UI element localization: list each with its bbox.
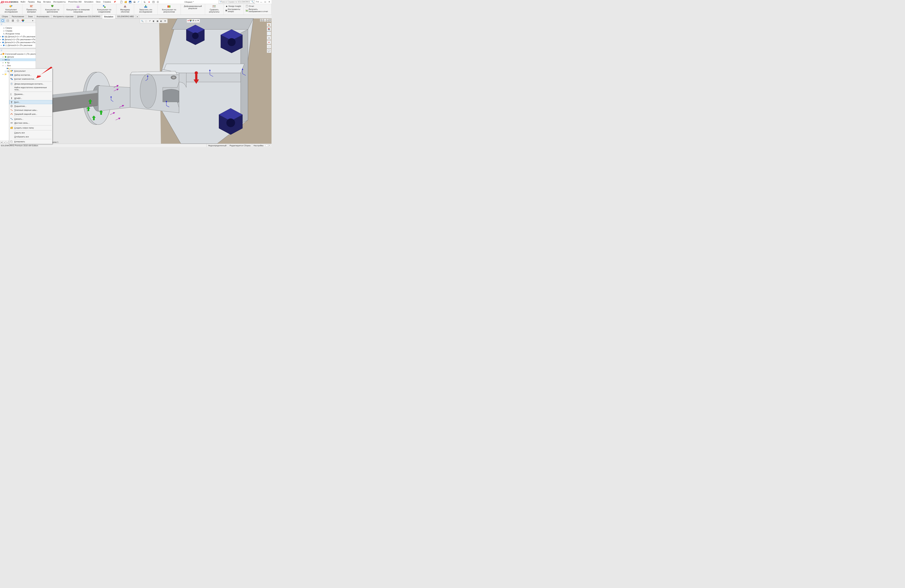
pane-forum-icon[interactable]: 💬 xyxy=(267,49,271,53)
scroll-first-icon[interactable]: ◂◂ xyxy=(0,141,3,143)
compare-button[interactable]: Сравнить результаты xyxy=(206,4,222,13)
apply-scene-icon[interactable] xyxy=(189,19,192,22)
property-tab-icon[interactable] xyxy=(5,19,10,22)
menu-view[interactable]: Вид xyxy=(37,1,41,3)
scroll-prev-icon[interactable]: ◂ xyxy=(3,141,6,143)
include-image-button[interactable]: Включить изображение в отчет xyxy=(245,8,270,13)
help-search[interactable]: ? 🔍 xyxy=(219,0,255,4)
menu-file[interactable]: Файл xyxy=(21,1,25,3)
tab-assembly[interactable]: Сборка xyxy=(0,15,10,18)
rebuild-icon[interactable]: ● xyxy=(147,0,151,4)
tree-part-2[interactable]: ▸⬢Деталь1<1> (По умолчанию<<По xyxy=(0,38,36,41)
tree-parts[interactable]: ▸⬢Детали xyxy=(0,56,36,58)
vp-close-icon[interactable]: ✕ xyxy=(269,19,271,22)
menu-tools[interactable]: Инструменты xyxy=(53,1,66,3)
funnel-icon[interactable]: ▽ xyxy=(1,23,2,25)
tree-top-plane[interactable]: ◇Сверху xyxy=(0,26,36,29)
status-custom[interactable]: Настройка xyxy=(252,144,265,147)
undo-icon[interactable] xyxy=(137,0,141,4)
save-icon[interactable] xyxy=(128,0,132,4)
pane-doc-icon[interactable]: 📄 xyxy=(267,32,271,35)
ctx-hide-all[interactable]: Скрыть все xyxy=(9,131,52,135)
ctx-show-all[interactable]: Отобразить все xyxy=(9,135,52,139)
menu-insert[interactable]: Вставка xyxy=(43,1,51,3)
vp-restore-icon[interactable]: ◱ xyxy=(261,19,264,22)
tab-mbd[interactable]: SOLIDWORKS MBD xyxy=(115,15,136,18)
pane-custom-icon[interactable]: ⬚ xyxy=(267,44,271,49)
tree-part-4[interactable]: ▸⬢(-) Деталь5<1> (По умолчани xyxy=(0,44,36,47)
funnel-icon[interactable]: ▽ xyxy=(1,49,2,52)
display-state-icon[interactable]: ▼ xyxy=(197,19,199,22)
tree-part-1[interactable]: ▸⬢(ф) Деталь2<1>->? (По умолчани xyxy=(0,35,36,38)
display-style-icon[interactable]: ◐ xyxy=(160,19,163,22)
print-icon[interactable] xyxy=(133,0,136,4)
open-icon[interactable] xyxy=(124,0,128,4)
tab-simulation[interactable]: Simulation xyxy=(102,15,115,19)
results-button[interactable]: Консультант по результатам xyxy=(159,4,179,13)
view-setting-icon[interactable]: ⚙ xyxy=(192,19,194,22)
ctx-spring[interactable]: Пружина... xyxy=(9,92,52,96)
help-dropdown-icon[interactable]: ? ▾ xyxy=(256,0,259,4)
dimxpert-tab-icon[interactable] xyxy=(16,19,20,22)
tab-sketch[interactable]: Эскиз xyxy=(26,15,35,18)
hide-show-icon[interactable]: 👁 xyxy=(164,19,167,22)
zoom-fit-icon[interactable]: 🔍 xyxy=(141,19,144,22)
pane-view-icon[interactable]: ▭ xyxy=(267,36,271,40)
status-btn-1[interactable] xyxy=(265,145,268,146)
ctx-bearing[interactable]: Подшипник... xyxy=(9,104,52,108)
render-tab-icon[interactable] xyxy=(21,19,25,22)
ctx-underconstrained[interactable]: Найти недостаточно ограниченные тела... xyxy=(9,86,52,91)
prev-view-icon[interactable]: ↶ xyxy=(148,19,151,22)
apply-material-button[interactable]: Применить материал xyxy=(24,4,40,13)
edit-appearance-icon[interactable]: ● xyxy=(187,19,189,22)
section-icon[interactable]: ◧ xyxy=(152,19,155,22)
ctx-new-folder[interactable]: Создать новую папку xyxy=(9,126,52,130)
loads-button[interactable]: Консультант по внешним нагрузкам xyxy=(65,4,91,13)
maximize-icon[interactable]: ▭ xyxy=(264,0,267,4)
ctx-copy[interactable]: Копировать xyxy=(9,140,52,143)
graphics-viewport[interactable]: 🔍 ⬚ ↶ ◧ ▦ ◐ 👁 ● ⚙ ▭ ▼ ▫ ◱ — ▭ ✕ 🏠 📚 📄 ▭ … xyxy=(36,19,272,144)
menu-photoview[interactable]: PhotoView 360 xyxy=(68,1,82,3)
status-btn-2[interactable]: ▾ xyxy=(268,145,271,146)
study-advisor-button[interactable]: Консультант исследования xyxy=(1,4,21,13)
config-tab-icon[interactable] xyxy=(11,19,15,22)
panel-more-icon[interactable]: ▸ xyxy=(30,19,35,22)
minimize-icon[interactable]: — xyxy=(260,0,263,4)
fixtures-button[interactable]: Консультант по креплениям xyxy=(42,4,63,13)
ctx-rigid[interactable]: Жесткая связь... xyxy=(9,121,52,125)
menu-simulation[interactable]: Simulation xyxy=(84,1,94,3)
tab-scroll-right[interactable]: ▸ xyxy=(136,15,139,18)
ctx-contact-viz[interactable]: Эпюра визуализации контакта... xyxy=(9,82,52,86)
tree-part-3[interactable]: ▸⬢Деталь3<1> (По умолчанию<<По xyxy=(0,41,36,44)
pane-lib-icon[interactable]: 📚 xyxy=(267,27,271,31)
report-button[interactable]: Отчет xyxy=(245,5,255,8)
ctx-spot-weld[interactable]: Точечные сварные швы... xyxy=(9,108,52,112)
tree-loads[interactable]: ▸↓↓Вне xyxy=(0,64,36,67)
tab-addins[interactable]: Добавления SOLIDWORKS xyxy=(75,15,102,18)
tab-evaluate[interactable]: Анализировать xyxy=(35,15,51,18)
tree-right-plane[interactable]: ◇Справа xyxy=(0,29,36,32)
shell-button[interactable]: Менеджер оболочки xyxy=(117,4,133,13)
connections-button[interactable]: Консультант по соединениям xyxy=(94,4,115,13)
vp-float-icon[interactable]: ▫ xyxy=(260,19,261,22)
tree-study[interactable]: ◢Статический анализ 1 (-По умолчань xyxy=(0,52,36,56)
new-icon[interactable] xyxy=(120,0,123,4)
menu-pin-icon[interactable]: 📌 xyxy=(113,1,116,3)
menu-window[interactable]: Окно xyxy=(96,1,101,3)
tab-layout[interactable]: Расположение xyxy=(10,15,26,18)
menu-edit[interactable]: Правка xyxy=(28,1,35,3)
render-region-icon[interactable]: ▭ xyxy=(195,19,197,22)
pane-home-icon[interactable]: 🏠 xyxy=(267,23,271,27)
tree-origin[interactable]: ↳Исходная точка xyxy=(0,32,36,35)
zoom-area-icon[interactable]: ⬚ xyxy=(144,19,148,22)
tree-fixtures[interactable]: ▸▼Кр xyxy=(0,61,36,64)
close-icon[interactable]: ✕ xyxy=(268,0,271,4)
options-icon[interactable] xyxy=(152,0,155,4)
vp-min-icon[interactable]: — xyxy=(264,19,266,22)
scroll-next-icon[interactable]: ▸ xyxy=(6,141,8,143)
help-search-input[interactable] xyxy=(221,1,251,3)
settings-icon[interactable] xyxy=(156,0,160,4)
ctx-link[interactable]: Связать... xyxy=(9,117,52,121)
menu-help[interactable]: Справка xyxy=(103,1,111,3)
ctx-pin[interactable]: Штифт... xyxy=(9,96,52,100)
